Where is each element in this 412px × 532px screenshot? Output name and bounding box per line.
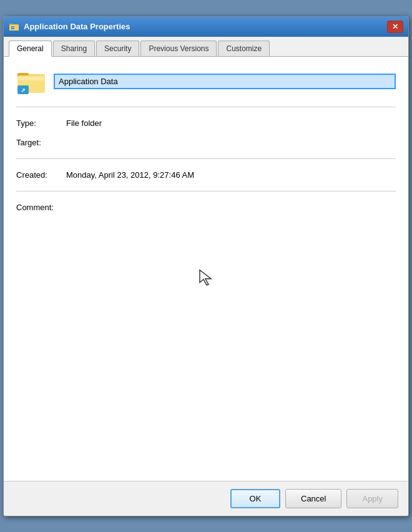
cancel-button[interactable]: Cancel	[285, 489, 341, 508]
type-row: Type: File folder	[16, 114, 396, 133]
created-label: Created:	[16, 170, 66, 180]
tab-customize[interactable]: Customize	[218, 41, 270, 56]
divider-2	[16, 158, 396, 159]
folder-header: ↗	[16, 67, 396, 97]
svg-marker-11	[200, 270, 211, 285]
svg-rect-8	[19, 77, 44, 80]
comment-label: Comment:	[16, 203, 66, 212]
type-label: Type:	[16, 118, 66, 128]
tab-content: ↗ Type: File folder Target: Created: Mon…	[4, 57, 408, 481]
cursor-area	[16, 217, 396, 342]
created-value: Monday, April 23, 2012, 9:27:46 AM	[66, 170, 194, 180]
apply-button[interactable]: Apply	[346, 489, 398, 508]
button-bar: OK Cancel Apply	[4, 481, 408, 516]
created-row: Created: Monday, April 23, 2012, 9:27:46…	[16, 165, 396, 185]
close-button[interactable]: ✕	[387, 21, 403, 33]
divider-3	[16, 191, 396, 191]
type-value: File folder	[66, 118, 102, 128]
title-bar-icon	[9, 21, 20, 32]
tab-security[interactable]: Security	[96, 41, 139, 56]
cursor-icon	[199, 269, 213, 290]
folder-icon: ↗	[16, 67, 46, 97]
tab-general[interactable]: General	[9, 41, 52, 57]
divider-1	[16, 107, 396, 107]
properties-dialog: Application Data Properties ✕ General Sh…	[3, 16, 409, 516]
target-label: Target:	[16, 138, 66, 147]
ok-button[interactable]: OK	[230, 489, 280, 508]
svg-text:↗: ↗	[21, 87, 26, 94]
title-bar: Application Data Properties ✕	[4, 17, 408, 37]
tab-previous-versions[interactable]: Previous Versions	[140, 41, 217, 56]
target-row: Target:	[16, 133, 396, 152]
tab-bar: General Sharing Security Previous Versio…	[4, 37, 408, 57]
comment-row: Comment:	[16, 198, 396, 217]
folder-name-input[interactable]	[54, 74, 396, 89]
tab-sharing[interactable]: Sharing	[53, 41, 95, 56]
window-title: Application Data Properties	[24, 22, 387, 31]
